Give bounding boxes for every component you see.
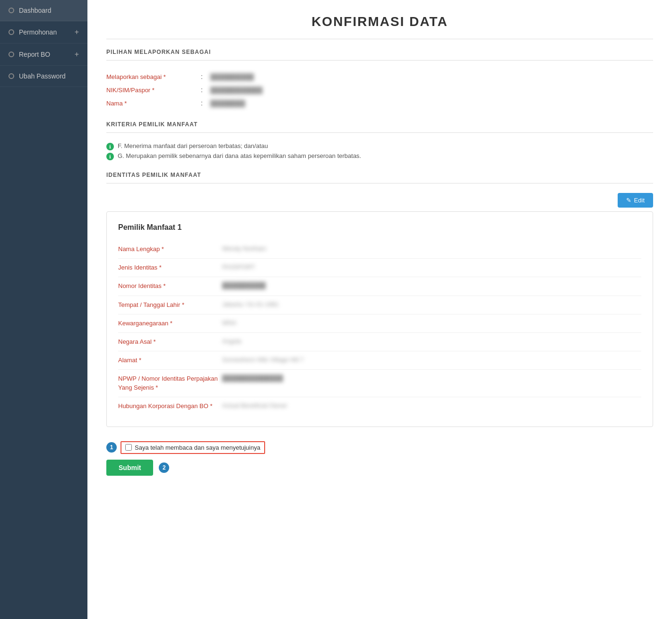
sidebar-item-report-bo[interactable]: Report BO + [0, 44, 87, 66]
pemilik-value-tempat-tanggal-lahir: Jakarta / 01-01-1981 [222, 301, 279, 309]
edit-btn-row: ✎ Edit [106, 193, 653, 208]
nik-label: NIK/SIM/Paspor * [106, 87, 201, 94]
pemilik-label-npwp: NPWP / Nomor Identitas Perpajakan Yang S… [118, 375, 222, 392]
agree-row: 1 Saya telah membaca dan saya menyetujui… [106, 441, 265, 454]
pemilik-value-nama-lengkap: Wendy Northam [222, 245, 267, 253]
badge-1: 1 [106, 442, 117, 453]
identitas-divider [106, 183, 653, 183]
section-pilihan-label: PILIHAN MELAPORKAN SEBAGAI [106, 49, 653, 55]
criteria-list: ℹ F. Menerima manfaat dari perseroan ter… [106, 142, 653, 160]
pemilik-label-tempat-tanggal-lahir: Tempat / Tanggal Lahir * [118, 301, 222, 309]
sidebar-circle-report-bo [9, 52, 14, 57]
nama-value: ████████ [210, 100, 245, 107]
sidebar-item-ubah-password[interactable]: Ubah Password [0, 66, 87, 87]
criteria-text-f: F. Menerima manfaat dari perseroan terba… [118, 142, 268, 149]
sidebar-plus-permohonan[interactable]: + [75, 28, 79, 36]
pemilik-value-kewarganegaraan: WNA [222, 319, 236, 328]
bottom-section: 1 Saya telah membaca dan saya menyetujui… [106, 441, 653, 476]
edit-button[interactable]: ✎ Edit [618, 193, 653, 208]
pemilik-field-kewarganegaraan: Kewarganegaraan * WNA [118, 314, 641, 333]
sidebar-item-dashboard[interactable]: Dashboard [0, 0, 87, 21]
melaporkan-row: Melaporkan sebagai * : ██████████ [106, 70, 653, 83]
sidebar: Dashboard Permohonan + Report BO + Ubah … [0, 0, 87, 619]
sidebar-label-report-bo: Report BO [19, 51, 50, 58]
criteria-text-g: G. Merupakan pemilik sebenarnya dari dan… [118, 152, 361, 159]
sidebar-circle-ubah-password [9, 73, 14, 79]
pemilik-field-hubungan: Hubungan Korporasi Dengan BO * Actual Be… [118, 397, 641, 415]
agree-wrapper: Saya telah membaca dan saya menyetujuiny… [121, 441, 265, 454]
pemilik-label-alamat: Alamat * [118, 356, 222, 365]
pemilik-label-kewarganegaraan: Kewarganegaraan * [118, 319, 222, 328]
submit-row: Submit 2 [106, 460, 169, 476]
sidebar-label-dashboard: Dashboard [19, 7, 52, 14]
melaporkan-label: Melaporkan sebagai * [106, 73, 201, 80]
agree-checkbox[interactable] [125, 444, 132, 451]
section-identitas-label: IDENTITAS PEMILIK MANFAAT [106, 172, 653, 178]
pemilik-field-negara-asal: Negara Asal * Angola [118, 333, 641, 351]
pemilik-value-jenis-identitas: PASSPORT [222, 263, 255, 272]
title-divider [106, 39, 653, 39]
criteria-icon-g: ℹ [106, 153, 114, 160]
pemilik-field-npwp: NPWP / Nomor Identitas Perpajakan Yang S… [118, 370, 641, 397]
sidebar-plus-report-bo[interactable]: + [75, 50, 79, 59]
pemilik-label-jenis-identitas: Jenis Identitas * [118, 263, 222, 272]
page-title: KONFIRMASI DATA [106, 14, 653, 29]
criteria-item-g: ℹ G. Merupakan pemilik sebenarnya dari d… [106, 152, 653, 160]
pemilik-field-nama-lengkap: Nama Lengkap * Wendy Northam [118, 240, 641, 259]
edit-button-label: Edit [634, 197, 645, 204]
nama-row: Nama * : ████████ [106, 96, 653, 110]
agree-text: Saya telah membaca dan saya menyetujuiny… [135, 444, 260, 451]
badge-2: 2 [159, 462, 169, 473]
nik-value: ████████████ [210, 87, 263, 94]
pemilik-field-jenis-identitas: Jenis Identitas * PASSPORT [118, 259, 641, 277]
sidebar-label-permohonan: Permohonan [19, 28, 57, 36]
pemilik-field-alamat: Alamat * Somewhere Hills Village Hill 7 [118, 351, 641, 370]
pilihan-divider [106, 60, 653, 61]
nama-label: Nama * [106, 100, 201, 107]
pemilik-label-nama-lengkap: Nama Lengkap * [118, 245, 222, 253]
melaporkan-value: ██████████ [210, 73, 254, 80]
sidebar-circle-dashboard [9, 8, 14, 13]
pemilik-label-hubungan: Hubungan Korporasi Dengan BO * [118, 402, 222, 410]
kriteria-divider [106, 132, 653, 133]
pemilik-value-hubungan: Actual Beneficial Owner [222, 402, 287, 410]
sidebar-label-ubah-password: Ubah Password [19, 72, 66, 80]
pemilik-value-negara-asal: Angola [222, 338, 241, 346]
criteria-item-f: ℹ F. Menerima manfaat dari perseroan ter… [106, 142, 653, 150]
main-content: KONFIRMASI DATA PILIHAN MELAPORKAN SEBAG… [87, 0, 672, 619]
pemilik-value-nomor-identitas: ██████████ [222, 282, 266, 290]
criteria-icon-f: ℹ [106, 143, 114, 150]
pemilik-title: Pemilik Manfaat 1 [118, 223, 641, 232]
submit-button[interactable]: Submit [106, 460, 153, 476]
sidebar-item-permohonan[interactable]: Permohonan + [0, 21, 87, 44]
pemilik-label-nomor-identitas: Nomor Identitas * [118, 282, 222, 290]
pemilik-value-alamat: Somewhere Hills Village Hill 7 [222, 356, 303, 365]
pemilik-card: Pemilik Manfaat 1 Nama Lengkap * Wendy N… [106, 211, 653, 427]
pemilik-value-npwp: ██████████████ [222, 375, 283, 392]
edit-icon: ✎ [626, 197, 631, 204]
pemilik-field-nomor-identitas: Nomor Identitas * ██████████ [118, 277, 641, 296]
sidebar-circle-permohonan [9, 29, 14, 35]
nik-row: NIK/SIM/Paspor * : ████████████ [106, 83, 653, 96]
pemilik-field-tempat-tanggal-lahir: Tempat / Tanggal Lahir * Jakarta / 01-01… [118, 296, 641, 314]
pemilik-label-negara-asal: Negara Asal * [118, 338, 222, 346]
section-kriteria-label: KRITERIA PEMILIK MANFAAT [106, 121, 653, 128]
